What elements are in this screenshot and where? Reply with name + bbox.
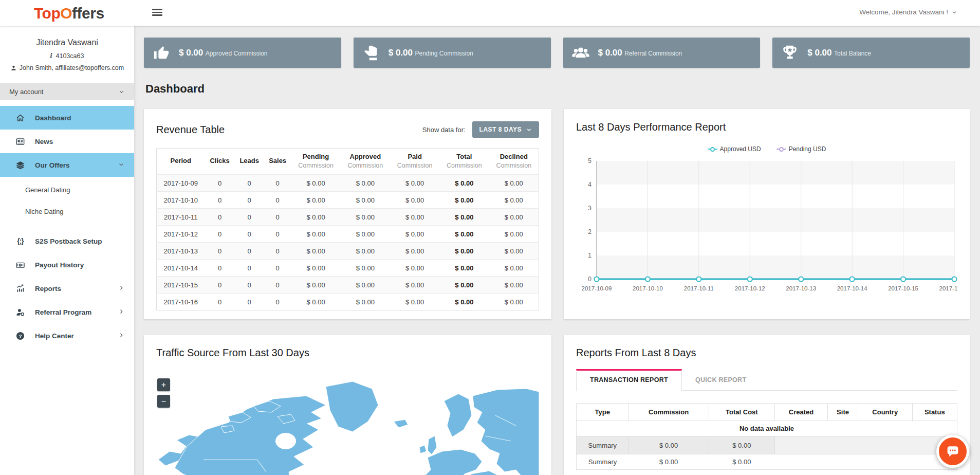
revenue-table-title: Revenue Table: [156, 124, 225, 136]
chevron-right-icon: [118, 284, 125, 291]
revenue-cell: 2017-10-11: [157, 209, 205, 226]
revenue-cell: 2017-10-10: [157, 192, 205, 209]
layers-icon: [15, 160, 25, 170]
revenue-cell: $ 0.00: [291, 243, 340, 260]
sidebar-subitem-niche-dating[interactable]: Niche Dating: [0, 200, 134, 222]
revenue-col-total: TotalCommission: [439, 149, 489, 175]
revenue-cell: 2017-10-12: [157, 226, 205, 243]
svg-text:3: 3: [588, 205, 591, 212]
revenue-cell: $ 0.00: [439, 226, 489, 243]
svg-text:2017-10-09: 2017-10-09: [582, 285, 612, 291]
performance-title: Last 8 Days Performance Report: [576, 121, 957, 133]
world-map[interactable]: + −: [156, 369, 539, 475]
sidebar-item-label: Help Center: [35, 332, 74, 340]
sidebar-item-news[interactable]: News: [0, 130, 134, 153]
stat-cards-row: $ 0.00 Approved Commission $ 0.00 Pendin…: [144, 38, 970, 68]
tab-transaction-report[interactable]: TRANSACTION REPORT: [576, 369, 682, 391]
svg-text:?: ?: [19, 333, 22, 338]
revenue-cell: 0: [264, 277, 291, 294]
dashboard-grid: Revenue Table Show data for: LAST 8 DAYS…: [144, 109, 970, 475]
revenue-cell: 0: [264, 192, 291, 209]
revenue-row: 2017-10-11000$ 0.00$ 0.00$ 0.00$ 0.00$ 0…: [157, 209, 539, 226]
stat-card-value: $ 0.00: [389, 48, 413, 58]
revenue-col-pending: PendingCommission: [291, 149, 340, 175]
sidebar: Jitendra Vaswani i 4103ca63 John Smith, …: [0, 26, 134, 475]
revenue-cell: $ 0.00: [390, 260, 439, 277]
my-account-dropdown[interactable]: My account: [0, 83, 134, 100]
reports-col-status: Status: [912, 404, 957, 421]
legend-item-pending-usd[interactable]: Pending USD: [776, 145, 826, 153]
revenue-col-leads: Leads: [235, 149, 264, 175]
user-menu[interactable]: Welcome, Jitendra Vaswani !: [859, 8, 957, 16]
stat-card-approved-commission: $ 0.00 Approved Commission: [144, 38, 341, 68]
revenue-cell: $ 0.00: [390, 192, 439, 209]
logo-text-o: O: [60, 5, 72, 22]
svg-text:1: 1: [588, 252, 591, 259]
revenue-cell: $ 0.00: [439, 294, 489, 310]
summary-empty: [775, 436, 957, 454]
page-title: Dashboard: [145, 82, 970, 96]
revenue-cell: $ 0.00: [390, 243, 439, 260]
revenue-cell: 2017-10-09: [157, 175, 205, 192]
my-account-label: My account: [9, 88, 43, 96]
reports-col-total-cost: Total Cost: [709, 404, 774, 421]
revenue-cell: $ 0.00: [341, 260, 390, 277]
svg-text:2017-10-15: 2017-10-15: [888, 285, 918, 291]
revenue-cell: $ 0.00: [439, 243, 489, 260]
svg-text:2017-10-13: 2017-10-13: [786, 285, 816, 291]
revenue-cell: $ 0.00: [390, 209, 439, 226]
user-name: Jitendra Vaswani: [5, 38, 129, 47]
revenue-cell: $ 0.00: [489, 226, 539, 243]
sidebar-subitem-general-dating[interactable]: General Dating: [0, 179, 134, 200]
topoffers-logo[interactable]: TopOffers: [34, 5, 104, 22]
live-chat-button[interactable]: [936, 435, 969, 468]
sidebar-item-referral-program[interactable]: Referral Program: [0, 300, 134, 324]
map-zoom-out-button[interactable]: −: [157, 395, 170, 408]
svg-text:$: $: [20, 263, 21, 266]
traffic-source-title: Traffic Source From Last 30 Days: [156, 347, 539, 359]
revenue-cell: $ 0.00: [291, 260, 340, 277]
trophy-icon: [780, 43, 800, 63]
svg-text:4: 4: [588, 181, 591, 188]
revenue-cell: $ 0.00: [489, 260, 539, 277]
revenue-cell: 2017-10-15: [157, 277, 205, 294]
revenue-cell: $ 0.00: [341, 192, 390, 209]
reports-col-country: Country: [858, 404, 912, 421]
stat-card-label: Approved Commission: [206, 50, 268, 57]
revenue-cell: 0: [205, 209, 235, 226]
revenue-cell: 2017-10-14: [157, 260, 205, 277]
revenue-cell: 0: [264, 209, 291, 226]
chevron-down-icon: [951, 9, 957, 15]
hand-point-icon: [361, 43, 381, 63]
revenue-table-panel: Revenue Table Show data for: LAST 8 DAYS…: [144, 109, 551, 319]
manager-contact: John Smith, affiliates@topoffers.com: [20, 64, 124, 71]
sidebar-item-payout-history[interactable]: $ Payout History: [0, 253, 134, 277]
person-icon: [10, 65, 17, 71]
sidebar-item-label: News: [35, 138, 53, 145]
revenue-cell: 0: [235, 277, 264, 294]
legend-label: Pending USD: [789, 145, 826, 153]
tab-quick-report[interactable]: QUICK REPORT: [682, 369, 760, 390]
sidebar-item-s2s-postback-setup[interactable]: {;} S2S Postback Setup: [0, 229, 134, 253]
people-icon: [571, 43, 590, 63]
revenue-cell: $ 0.00: [390, 277, 439, 294]
sidebar-item-help-center[interactable]: ? Help Center: [0, 324, 134, 348]
no-data-message: No data available: [577, 421, 957, 436]
menu-toggle-icon[interactable]: [152, 9, 162, 17]
map-zoom-in-button[interactable]: +: [157, 378, 170, 391]
reports-col-commission: Commission: [628, 404, 709, 421]
sidebar-item-our-offers[interactable]: Our Offers: [0, 153, 134, 177]
revenue-cell: 0: [205, 175, 235, 192]
sidebar-item-reports[interactable]: Reports: [0, 277, 134, 300]
revenue-cell: $ 0.00: [341, 277, 390, 294]
show-data-label: Show data for:: [422, 126, 466, 134]
revenue-cell: 0: [235, 260, 264, 277]
sidebar-item-label: Dashboard: [35, 114, 71, 122]
performance-panel: Last 8 Days Performance Report Approved …: [564, 109, 970, 319]
revenue-cell: 0: [205, 277, 235, 294]
stat-card-total-balance: $ 0.00 Total Balance: [772, 38, 970, 68]
legend-item-approved-usd[interactable]: Approved USD: [708, 145, 761, 153]
sidebar-item-dashboard[interactable]: Dashboard: [0, 106, 134, 130]
date-range-button[interactable]: LAST 8 DAYS: [472, 121, 539, 138]
revenue-cell: $ 0.00: [291, 209, 340, 226]
